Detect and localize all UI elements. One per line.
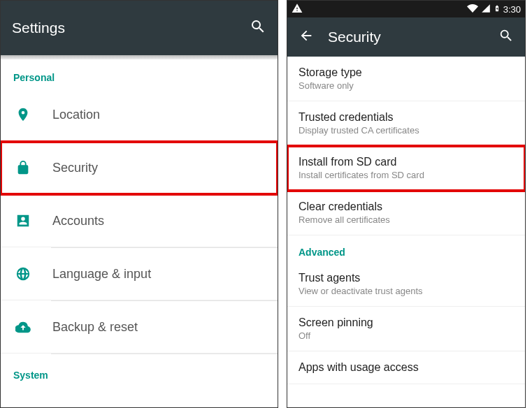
phone-security: 3:30 Security Storage type Software only… — [287, 0, 526, 408]
settings-item-accounts[interactable]: Accounts — [1, 195, 278, 247]
security-item-trusted-credentials[interactable]: Trusted credentials Display trusted CA c… — [287, 101, 525, 146]
status-time: 3:30 — [503, 4, 521, 15]
section-personal: Personal — [1, 59, 278, 89]
security-item-trust-agents[interactable]: Trust agents View or deactivate trust ag… — [287, 262, 525, 307]
search-icon[interactable] — [498, 28, 514, 46]
phone-settings: Settings Personal Location Security Acco… — [0, 0, 278, 408]
settings-item-language[interactable]: Language & input — [1, 248, 278, 300]
security-item-apps-usage-access[interactable]: Apps with usage access — [287, 351, 525, 384]
item-subtitle: Install certificates from SD card — [299, 170, 514, 180]
account-icon — [13, 213, 33, 228]
appbar-settings: Settings — [1, 1, 278, 55]
security-item-screen-pinning[interactable]: Screen pinning Off — [287, 307, 525, 351]
settings-item-location[interactable]: Location — [1, 89, 278, 141]
item-subtitle: View or deactivate trust agents — [299, 286, 514, 296]
appbar-title: Settings — [12, 20, 236, 36]
item-title: Storage type — [299, 66, 514, 79]
security-item-install-sd[interactable]: Install from SD card Install certificate… — [287, 146, 525, 191]
settings-item-label: Location — [52, 108, 100, 122]
item-subtitle: Software only — [299, 80, 514, 91]
item-subtitle: Off — [299, 330, 514, 341]
settings-item-security[interactable]: Security — [1, 142, 278, 194]
item-subtitle: Display trusted CA certificates — [299, 125, 514, 136]
section-system: System — [1, 354, 278, 386]
warning-icon — [292, 3, 303, 16]
settings-item-label: Accounts — [52, 214, 104, 228]
security-list[interactable]: Storage type Software only Trusted crede… — [287, 57, 525, 407]
status-bar: 3:30 — [287, 1, 525, 17]
battery-icon — [494, 3, 501, 16]
item-title: Apps with usage access — [299, 361, 514, 374]
wifi-icon — [467, 3, 478, 16]
settings-item-backup[interactable]: Backup & reset — [1, 301, 278, 354]
security-item-clear-credentials[interactable]: Clear credentials Remove all certificate… — [287, 191, 525, 235]
cloud-upload-icon — [13, 319, 33, 335]
globe-icon — [13, 266, 33, 282]
item-title: Clear credentials — [299, 201, 514, 213]
item-title: Trust agents — [299, 272, 514, 284]
back-icon[interactable] — [299, 28, 314, 46]
location-pin-icon — [13, 107, 33, 122]
settings-item-label: Backup & reset — [52, 320, 138, 335]
signal-icon — [481, 3, 491, 15]
settings-list[interactable]: Personal Location Security Accounts — [1, 59, 278, 407]
item-title: Trusted credentials — [299, 111, 514, 124]
search-icon[interactable] — [250, 18, 266, 38]
appbar-title: Security — [328, 29, 484, 45]
item-title: Install from SD card — [299, 156, 514, 168]
settings-item-label: Language & input — [52, 267, 151, 282]
lock-icon — [13, 160, 33, 175]
item-subtitle: Remove all certificates — [299, 214, 514, 225]
appbar-security: Security — [287, 17, 525, 57]
security-item-storage-type[interactable]: Storage type Software only — [287, 57, 525, 101]
settings-item-label: Security — [52, 161, 98, 175]
section-advanced: Advanced — [287, 235, 525, 262]
item-title: Screen pinning — [299, 316, 514, 329]
